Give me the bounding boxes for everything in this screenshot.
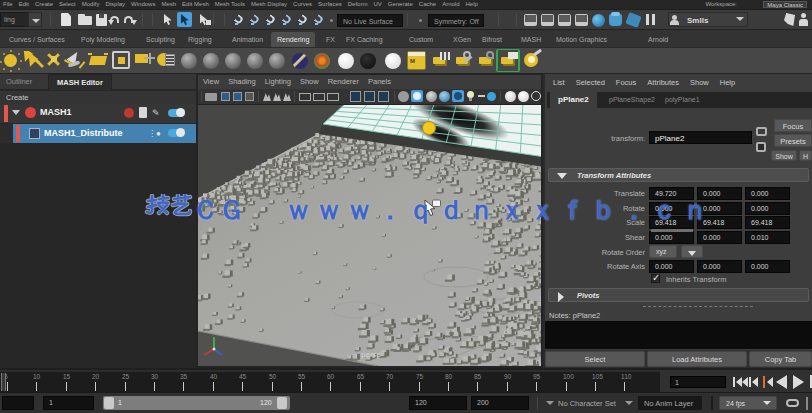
svg-text:persp: persp (361, 350, 382, 359)
